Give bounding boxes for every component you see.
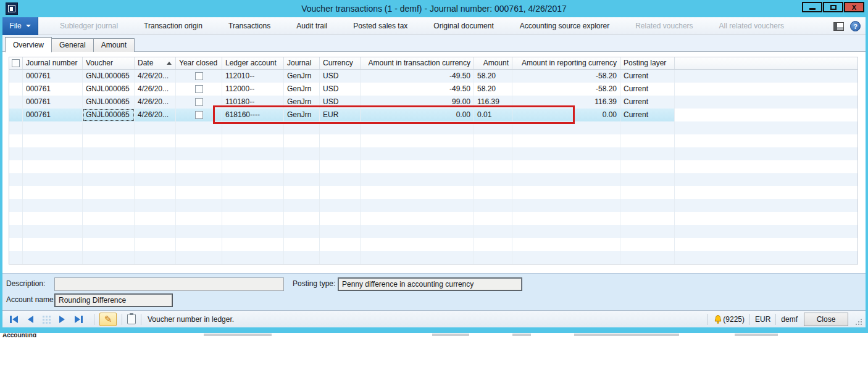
tab-general[interactable]: General: [51, 38, 94, 52]
row-select-cell[interactable]: [9, 70, 23, 83]
column-header-amount[interactable]: Amount: [474, 57, 512, 69]
posting-type-field[interactable]: Penny difference in accounting currency: [338, 277, 522, 291]
grid-view-icon[interactable]: [41, 314, 52, 324]
grid-cell-ledger-account[interactable]: 112000--: [222, 83, 284, 96]
tab-overview[interactable]: Overview: [5, 37, 52, 52]
notification-count[interactable]: (9225): [723, 315, 745, 324]
grid-cell-amount[interactable]: 116.39: [474, 96, 512, 109]
grid-cell-amount-transaction[interactable]: -49.50: [361, 70, 474, 83]
grid-cell-amount-reporting[interactable]: -58.20: [512, 83, 620, 96]
grid-cell-journal[interactable]: GenJrn: [284, 70, 320, 83]
next-record-button[interactable]: [57, 314, 68, 324]
grid-cell-voucher[interactable]: GNJL000065: [83, 109, 135, 121]
layout-pane-icon[interactable]: [833, 22, 844, 31]
grid-cell-ledger-account[interactable]: 618160----: [222, 109, 284, 121]
menu-item-original-document[interactable]: Original document: [420, 22, 506, 30]
column-header-currency[interactable]: Currency: [320, 57, 361, 69]
column-header-year-closed[interactable]: Year closed: [176, 57, 222, 69]
company-indicator[interactable]: demf: [781, 315, 798, 324]
grid-cell-amount-reporting[interactable]: 0.00: [512, 109, 620, 121]
grid-cell-voucher[interactable]: GNJL000065: [83, 70, 135, 83]
help-icon[interactable]: ?: [850, 21, 861, 31]
currency-indicator[interactable]: EUR: [755, 315, 770, 324]
row-select-cell[interactable]: [9, 83, 23, 96]
grid-cell-journal[interactable]: GenJrn: [284, 96, 320, 109]
grid-cell-filler[interactable]: [675, 96, 858, 109]
title-bar[interactable]: Voucher transactions (1 - demf) - Journa…: [0, 0, 868, 17]
year-closed-checkbox[interactable]: [176, 109, 222, 121]
column-header-ledger-account[interactable]: Ledger account: [222, 57, 284, 69]
grid-cell-date[interactable]: 4/26/20...: [135, 96, 176, 109]
grid-cell-amount-transaction[interactable]: -49.50: [361, 83, 474, 96]
tab-amount[interactable]: Amount: [93, 38, 135, 52]
grid-cell-journal[interactable]: GenJrn: [284, 83, 320, 96]
year-closed-checkbox[interactable]: [176, 83, 222, 96]
grid-cell-posting-layer[interactable]: Current: [620, 109, 675, 121]
grid-cell-filler[interactable]: [675, 109, 858, 121]
row-select-cell[interactable]: [9, 109, 23, 121]
menu-item-audit-trail[interactable]: Audit trail: [283, 22, 340, 30]
grid-cell-date[interactable]: 4/26/20...: [135, 109, 176, 121]
clipboard-icon[interactable]: [127, 314, 136, 324]
grid-cell-journal[interactable]: GenJrn: [284, 109, 320, 121]
grid-cell-amount[interactable]: 58.20: [474, 70, 512, 83]
grid-cell-amount-transaction[interactable]: 99.00: [361, 96, 474, 109]
close-button[interactable]: Close: [804, 313, 848, 326]
column-header-date[interactable]: Date: [135, 57, 176, 69]
column-header-posting-layer[interactable]: Posting layer: [620, 57, 675, 69]
resize-grip[interactable]: [854, 318, 862, 325]
close-window-button[interactable]: X: [844, 2, 864, 12]
row-select-cell[interactable]: [9, 96, 23, 109]
grid-cell-journal-number[interactable]: 000761: [23, 83, 83, 96]
grid-cell-journal-number[interactable]: 000761: [23, 96, 83, 109]
grid-cell-currency[interactable]: USD: [320, 70, 361, 83]
minimize-button[interactable]: [802, 2, 822, 12]
description-field[interactable]: [54, 277, 284, 291]
notification-bell-icon[interactable]: [713, 314, 723, 324]
grid-cell-journal-number[interactable]: 000761: [23, 70, 83, 83]
column-header-amount-in-transaction-currency[interactable]: Amount in transaction currency: [361, 57, 474, 69]
table-row[interactable]: 000761GNJL0000654/26/20...110180--GenJrn…: [9, 96, 858, 109]
maximize-button[interactable]: [823, 2, 843, 12]
grid-cell-ledger-account[interactable]: 110180--: [222, 96, 284, 109]
grid-cell-currency[interactable]: USD: [320, 83, 361, 96]
grid-cell-posting-layer[interactable]: Current: [620, 70, 675, 83]
menu-item-transaction-origin[interactable]: Transaction origin: [131, 22, 215, 30]
account-name-field[interactable]: Rounding Difference: [54, 293, 173, 307]
last-record-button[interactable]: [73, 314, 84, 324]
grid-cell-voucher[interactable]: GNJL000065: [83, 83, 135, 96]
previous-record-button[interactable]: [25, 314, 36, 324]
grid-cell-filler[interactable]: [675, 83, 858, 96]
grid-cell-ledger-account[interactable]: 112010--: [222, 70, 284, 83]
menu-item-transactions[interactable]: Transactions: [215, 22, 283, 30]
grid-cell-amount[interactable]: 58.20: [474, 83, 512, 96]
table-row[interactable]: 000761GNJL0000654/26/20...112000--GenJrn…: [9, 83, 858, 96]
grid-cell-amount-reporting[interactable]: -58.20: [512, 70, 620, 83]
grid-cell-filler[interactable]: [675, 70, 858, 83]
grid-cell-posting-layer[interactable]: Current: [620, 96, 675, 109]
column-header-voucher[interactable]: Voucher: [83, 57, 135, 69]
column-header-journal-number[interactable]: Journal number: [23, 57, 83, 69]
menu-item-posted-sales-tax[interactable]: Posted sales tax: [340, 22, 420, 30]
year-closed-checkbox[interactable]: [176, 70, 222, 83]
grid-cell-amount-reporting[interactable]: 116.39: [512, 96, 620, 109]
table-row[interactable]: 000761GNJL0000654/26/20...618160----GenJ…: [9, 109, 858, 121]
grid-cell-currency[interactable]: USD: [320, 96, 361, 109]
menu-item-accounting-source-explorer[interactable]: Accounting source explorer: [507, 22, 622, 30]
grid-cell-posting-layer[interactable]: Current: [620, 83, 675, 96]
table-row[interactable]: 000761GNJL0000654/26/20...112010--GenJrn…: [9, 70, 858, 83]
first-record-button[interactable]: [9, 314, 20, 324]
column-header-amount-in-reporting-currency[interactable]: Amount in reporting currency: [512, 57, 620, 69]
grid-cell-amount-transaction[interactable]: 0.00: [361, 109, 474, 121]
grid-cell-amount[interactable]: 0.01: [474, 109, 512, 121]
grid-cell-currency[interactable]: EUR: [320, 109, 361, 121]
grid-cell-voucher[interactable]: GNJL000065: [83, 96, 135, 109]
column-header-journal[interactable]: Journal: [284, 57, 320, 69]
file-menu-button[interactable]: File: [2, 17, 38, 35]
edit-mode-button[interactable]: ✎: [99, 313, 117, 326]
grid-cell-journal-number[interactable]: 000761: [23, 109, 83, 121]
grid-cell-date[interactable]: 4/26/20...: [135, 83, 176, 96]
grid-cell-date[interactable]: 4/26/20...: [135, 70, 176, 83]
select-all-checkbox[interactable]: [9, 57, 23, 69]
year-closed-checkbox[interactable]: [176, 96, 222, 109]
